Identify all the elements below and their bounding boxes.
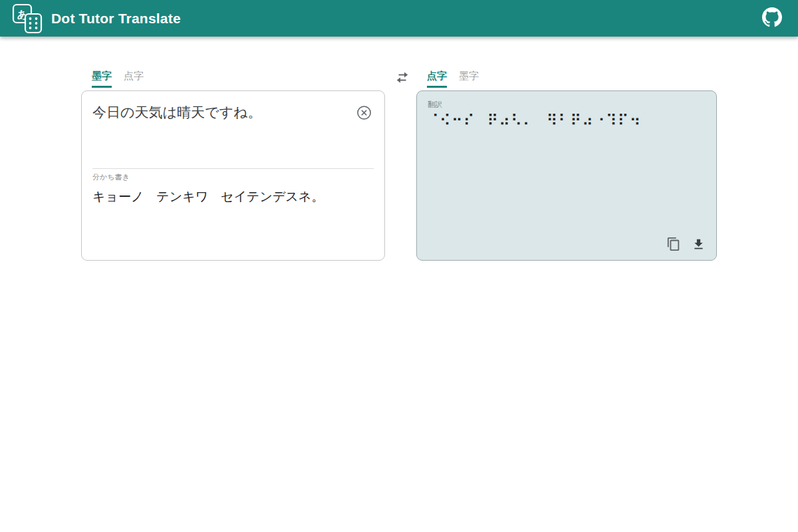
braille-output-text: ⠈⠪⠒⠎⠀⠟⠴⠣⠄⠀⠻⠃⠟⠴⠐⠹⠏⠲ [428, 112, 706, 129]
translator-main: 墨字 点字 今日の天気は晴天ですね。 分かち書き キョーノ テンキワ セイテンデ… [81, 70, 717, 261]
target-tab-sumiji[interactable]: 墨字 [459, 70, 479, 88]
clear-circle-icon [356, 113, 372, 123]
source-input-panel[interactable]: 今日の天気は晴天ですね。 分かち書き キョーノ テンキワ セイテンデスネ。 [81, 90, 385, 261]
output-label: 翻訳 [428, 100, 706, 110]
reading-label: 分かち書き [92, 172, 374, 182]
source-text-input[interactable]: 今日の天気は晴天ですね。 [92, 103, 350, 122]
app-header: あ Dot Tutor Translate [0, 0, 798, 37]
page-title: Dot Tutor Translate [51, 11, 181, 27]
source-tab-tenji[interactable]: 点字 [124, 70, 144, 88]
github-link-button[interactable] [758, 5, 786, 33]
source-tab-sumiji[interactable]: 墨字 [92, 70, 112, 88]
clear-input-button[interactable] [356, 104, 372, 121]
swap-horizontal-icon [394, 78, 411, 88]
download-icon [692, 243, 706, 253]
source-tabs: 墨字 点字 [81, 70, 385, 90]
download-output-button[interactable] [690, 236, 707, 253]
app-logo-icon: あ [12, 3, 43, 34]
reading-text: キョーノ テンキワ セイテンデスネ。 [92, 188, 374, 205]
input-row: 今日の天気は晴天ですね。 [92, 103, 374, 168]
source-section: 墨字 点字 今日の天気は晴天ですね。 分かち書き キョーノ テンキワ セイテンデ… [81, 70, 385, 261]
target-tabs: 点字 墨字 [416, 70, 717, 90]
swap-direction-button[interactable] [392, 70, 412, 87]
copy-output-button[interactable] [665, 235, 682, 253]
github-icon [762, 7, 782, 29]
output-actions [665, 235, 707, 253]
target-section: 点字 墨字 翻訳 ⠈⠪⠒⠎⠀⠟⠴⠣⠄⠀⠻⠃⠟⠴⠐⠹⠏⠲ [416, 70, 717, 261]
target-tab-tenji[interactable]: 点字 [427, 70, 447, 88]
reading-divider [92, 168, 374, 169]
braille-output-panel: 翻訳 ⠈⠪⠒⠎⠀⠟⠴⠣⠄⠀⠻⠃⠟⠴⠐⠹⠏⠲ [416, 90, 717, 261]
copy-icon [666, 243, 681, 253]
